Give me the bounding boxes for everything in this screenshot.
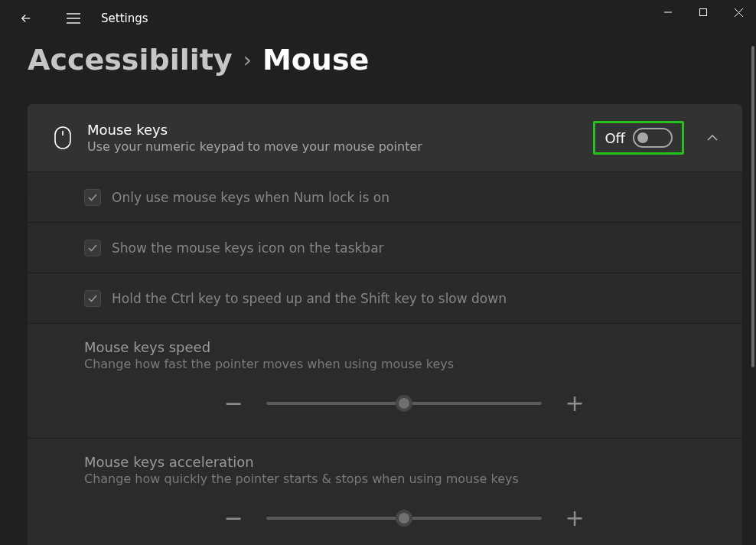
acceleration-increase-button[interactable]: + [563, 504, 586, 531]
close-button[interactable] [721, 0, 756, 24]
toggle-label: Off [604, 130, 625, 146]
acceleration-description: Change how quickly the pointer starts & … [84, 472, 724, 486]
checkbox-ctrl-shift[interactable] [84, 290, 101, 307]
back-button[interactable] [15, 8, 37, 29]
mouse-keys-description: Use your numeric keypad to move your mou… [87, 139, 593, 154]
content: Mouse keys Use your numeric keypad to mo… [0, 90, 756, 545]
titlebar: Settings [0, 0, 756, 37]
option-taskbar-label: Show the mouse keys icon on the taskbar [112, 240, 384, 256]
option-ctrl-shift-row: Hold the Ctrl key to speed up and the Sh… [28, 273, 742, 324]
window-controls [650, 0, 756, 24]
checkbox-numlock[interactable] [84, 189, 101, 206]
acceleration-title: Mouse keys acceleration [84, 454, 724, 470]
breadcrumb-current: Mouse [262, 43, 369, 77]
page-header: Accessibility › Mouse [0, 37, 756, 90]
option-taskbar-row: Show the mouse keys icon on the taskbar [28, 223, 742, 273]
option-numlock-label: Only use mouse keys when Num lock is on [112, 190, 389, 205]
mouse-keys-row[interactable]: Mouse keys Use your numeric keypad to mo… [28, 104, 742, 172]
speed-title: Mouse keys speed [84, 339, 724, 355]
speed-increase-button[interactable]: + [563, 390, 586, 416]
hamburger-icon[interactable] [58, 3, 89, 34]
svg-rect-4 [700, 9, 707, 16]
breadcrumb: Accessibility › Mouse [28, 43, 728, 77]
mouse-icon [46, 126, 80, 149]
slider-speed-row: Mouse keys speed Change how fast the poi… [28, 324, 742, 439]
mouse-keys-title: Mouse keys [87, 122, 593, 138]
highlight-annotation: Off [593, 121, 684, 155]
speed-decrease-button[interactable]: − [222, 390, 245, 416]
option-numlock-row: Only use mouse keys when Num lock is on [28, 172, 742, 223]
acceleration-slider[interactable] [266, 517, 542, 520]
breadcrumb-parent[interactable]: Accessibility [28, 43, 233, 77]
svg-rect-7 [55, 127, 70, 148]
acceleration-decrease-button[interactable]: − [222, 504, 245, 531]
speed-description: Change how fast the pointer moves when u… [84, 357, 724, 371]
mouse-keys-group: Mouse keys Use your numeric keypad to mo… [28, 104, 742, 545]
scrollbar[interactable] [751, 46, 754, 540]
mouse-keys-toggle-area: Off [593, 121, 724, 155]
speed-slider[interactable] [266, 402, 542, 405]
chevron-right-icon: › [243, 47, 252, 73]
checkbox-taskbar[interactable] [84, 240, 101, 256]
slider-acceleration-row: Mouse keys acceleration Change how quick… [28, 439, 742, 545]
maximize-button[interactable] [686, 0, 721, 24]
mouse-keys-toggle[interactable] [633, 128, 673, 148]
chevron-up-icon[interactable] [701, 135, 724, 141]
app-title: Settings [101, 11, 148, 25]
minimize-button[interactable] [650, 0, 686, 24]
option-ctrl-shift-label: Hold the Ctrl key to speed up and the Sh… [112, 291, 507, 306]
mouse-keys-text: Mouse keys Use your numeric keypad to mo… [80, 122, 593, 154]
